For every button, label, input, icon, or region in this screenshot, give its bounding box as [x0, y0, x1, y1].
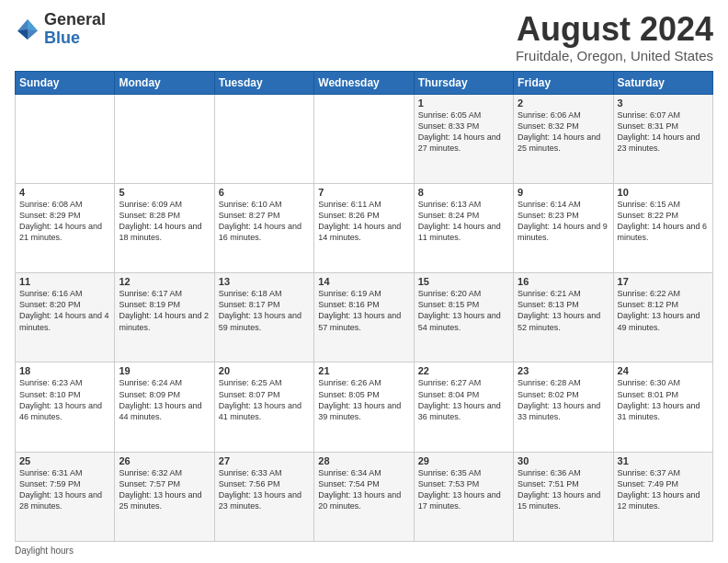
calendar-cell: 6Sunrise: 6:10 AM Sunset: 8:27 PM Daylig…	[214, 183, 313, 272]
day-number: 3	[618, 98, 709, 109]
calendar-cell: 31Sunrise: 6:37 AM Sunset: 7:49 PM Dayli…	[613, 452, 712, 541]
logo: General Blue	[15, 11, 106, 48]
calendar-week-row-3: 18Sunrise: 6:23 AM Sunset: 8:10 PM Dayli…	[16, 362, 713, 452]
day-info: Sunrise: 6:05 AM Sunset: 8:33 PM Dayligh…	[418, 109, 509, 155]
footer-note: Daylight hours	[15, 546, 713, 556]
calendar-week-row-0: 1Sunrise: 6:05 AM Sunset: 8:33 PM Daylig…	[16, 94, 713, 183]
day-info: Sunrise: 6:28 AM Sunset: 8:02 PM Dayligh…	[518, 377, 609, 422]
calendar-cell: 20Sunrise: 6:25 AM Sunset: 8:07 PM Dayli…	[214, 362, 313, 452]
day-info: Sunrise: 6:06 AM Sunset: 8:32 PM Dayligh…	[518, 109, 609, 155]
calendar-cell: 17Sunrise: 6:22 AM Sunset: 8:12 PM Dayli…	[613, 273, 712, 362]
calendar-cell: 24Sunrise: 6:30 AM Sunset: 8:01 PM Dayli…	[613, 362, 712, 452]
day-info: Sunrise: 6:22 AM Sunset: 8:12 PM Dayligh…	[618, 288, 709, 333]
col-header-wednesday: Wednesday	[314, 71, 414, 94]
day-info: Sunrise: 6:10 AM Sunset: 8:27 PM Dayligh…	[219, 199, 310, 244]
daylight-label: Daylight hours	[15, 546, 74, 556]
day-number: 19	[119, 365, 210, 376]
header: General Blue August 2024 Fruitdale, Oreg…	[15, 11, 713, 63]
day-info: Sunrise: 6:11 AM Sunset: 8:26 PM Dayligh…	[318, 199, 409, 244]
day-number: 18	[19, 365, 110, 376]
title-block: August 2024 Fruitdale, Oregon, United St…	[516, 11, 713, 63]
calendar-cell: 8Sunrise: 6:13 AM Sunset: 8:24 PM Daylig…	[414, 183, 513, 272]
calendar-cell: 26Sunrise: 6:32 AM Sunset: 7:57 PM Dayli…	[115, 452, 214, 541]
day-number: 21	[318, 365, 409, 376]
col-header-monday: Monday	[115, 71, 214, 94]
day-number: 4	[19, 187, 110, 198]
day-number: 9	[518, 187, 609, 198]
col-header-tuesday: Tuesday	[214, 71, 313, 94]
day-number: 1	[418, 98, 509, 109]
calendar-cell: 18Sunrise: 6:23 AM Sunset: 8:10 PM Dayli…	[16, 362, 115, 452]
calendar-cell	[214, 94, 313, 183]
day-number: 25	[19, 455, 110, 466]
col-header-thursday: Thursday	[414, 71, 513, 94]
logo-general-text: General	[44, 11, 106, 29]
day-info: Sunrise: 6:30 AM Sunset: 8:01 PM Dayligh…	[618, 377, 709, 422]
day-number: 14	[318, 276, 409, 287]
calendar-cell: 15Sunrise: 6:20 AM Sunset: 8:15 PM Dayli…	[414, 273, 513, 362]
logo-blue-text: Blue	[44, 29, 106, 48]
calendar-cell: 13Sunrise: 6:18 AM Sunset: 8:17 PM Dayli…	[214, 273, 313, 362]
col-header-sunday: Sunday	[16, 71, 115, 94]
day-number: 5	[119, 187, 210, 198]
logo-icon	[15, 17, 40, 42]
day-info: Sunrise: 6:37 AM Sunset: 7:49 PM Dayligh…	[618, 467, 709, 512]
day-info: Sunrise: 6:08 AM Sunset: 8:29 PM Dayligh…	[19, 199, 110, 244]
page: General Blue August 2024 Fruitdale, Oreg…	[0, 0, 728, 563]
day-number: 8	[418, 187, 509, 198]
day-info: Sunrise: 6:09 AM Sunset: 8:28 PM Dayligh…	[119, 199, 210, 244]
day-number: 28	[318, 455, 409, 466]
calendar-cell: 5Sunrise: 6:09 AM Sunset: 8:28 PM Daylig…	[115, 183, 214, 272]
day-number: 11	[19, 276, 110, 287]
day-number: 24	[618, 365, 709, 376]
day-info: Sunrise: 6:24 AM Sunset: 8:09 PM Dayligh…	[119, 377, 210, 422]
day-info: Sunrise: 6:25 AM Sunset: 8:07 PM Dayligh…	[219, 377, 310, 422]
day-info: Sunrise: 6:13 AM Sunset: 8:24 PM Dayligh…	[418, 199, 509, 244]
day-info: Sunrise: 6:20 AM Sunset: 8:15 PM Dayligh…	[418, 288, 509, 333]
day-number: 2	[518, 98, 609, 109]
day-number: 15	[418, 276, 509, 287]
day-number: 27	[219, 455, 310, 466]
calendar-cell	[314, 94, 414, 183]
calendar-cell: 12Sunrise: 6:17 AM Sunset: 8:19 PM Dayli…	[115, 273, 214, 362]
calendar-cell: 1Sunrise: 6:05 AM Sunset: 8:33 PM Daylig…	[414, 94, 513, 183]
calendar-cell: 30Sunrise: 6:36 AM Sunset: 7:51 PM Dayli…	[514, 452, 613, 541]
calendar-cell: 16Sunrise: 6:21 AM Sunset: 8:13 PM Dayli…	[514, 273, 613, 362]
calendar-cell: 9Sunrise: 6:14 AM Sunset: 8:23 PM Daylig…	[514, 183, 613, 272]
calendar-week-row-2: 11Sunrise: 6:16 AM Sunset: 8:20 PM Dayli…	[16, 273, 713, 362]
calendar-cell: 7Sunrise: 6:11 AM Sunset: 8:26 PM Daylig…	[314, 183, 414, 272]
calendar-cell: 22Sunrise: 6:27 AM Sunset: 8:04 PM Dayli…	[414, 362, 513, 452]
col-header-friday: Friday	[514, 71, 613, 94]
calendar-header-row: Sunday Monday Tuesday Wednesday Thursday…	[16, 71, 713, 94]
day-info: Sunrise: 6:15 AM Sunset: 8:22 PM Dayligh…	[618, 199, 709, 244]
col-header-saturday: Saturday	[613, 71, 712, 94]
day-number: 26	[119, 455, 210, 466]
calendar-cell: 2Sunrise: 6:06 AM Sunset: 8:32 PM Daylig…	[514, 94, 613, 183]
calendar-cell: 11Sunrise: 6:16 AM Sunset: 8:20 PM Dayli…	[16, 273, 115, 362]
calendar-cell: 28Sunrise: 6:34 AM Sunset: 7:54 PM Dayli…	[314, 452, 414, 541]
day-info: Sunrise: 6:27 AM Sunset: 8:04 PM Dayligh…	[418, 377, 509, 422]
day-info: Sunrise: 6:14 AM Sunset: 8:23 PM Dayligh…	[518, 199, 609, 244]
calendar-cell: 27Sunrise: 6:33 AM Sunset: 7:56 PM Dayli…	[214, 452, 313, 541]
day-number: 7	[318, 187, 409, 198]
day-info: Sunrise: 6:18 AM Sunset: 8:17 PM Dayligh…	[219, 288, 310, 333]
day-number: 10	[618, 187, 709, 198]
logo-text: General Blue	[44, 11, 106, 48]
calendar-cell: 25Sunrise: 6:31 AM Sunset: 7:59 PM Dayli…	[16, 452, 115, 541]
day-info: Sunrise: 6:32 AM Sunset: 7:57 PM Dayligh…	[119, 467, 210, 512]
calendar-cell: 29Sunrise: 6:35 AM Sunset: 7:53 PM Dayli…	[414, 452, 513, 541]
day-info: Sunrise: 6:31 AM Sunset: 7:59 PM Dayligh…	[19, 467, 110, 512]
day-number: 29	[418, 455, 509, 466]
day-number: 6	[219, 187, 310, 198]
location-subtitle: Fruitdale, Oregon, United States	[516, 48, 713, 63]
day-number: 22	[418, 365, 509, 376]
day-number: 30	[518, 455, 609, 466]
calendar-cell: 4Sunrise: 6:08 AM Sunset: 8:29 PM Daylig…	[16, 183, 115, 272]
day-number: 13	[219, 276, 310, 287]
calendar-cell: 14Sunrise: 6:19 AM Sunset: 8:16 PM Dayli…	[314, 273, 414, 362]
calendar-cell: 10Sunrise: 6:15 AM Sunset: 8:22 PM Dayli…	[613, 183, 712, 272]
month-year-title: August 2024	[516, 11, 713, 48]
day-info: Sunrise: 6:35 AM Sunset: 7:53 PM Dayligh…	[418, 467, 509, 512]
day-number: 17	[618, 276, 709, 287]
day-info: Sunrise: 6:34 AM Sunset: 7:54 PM Dayligh…	[318, 467, 409, 512]
